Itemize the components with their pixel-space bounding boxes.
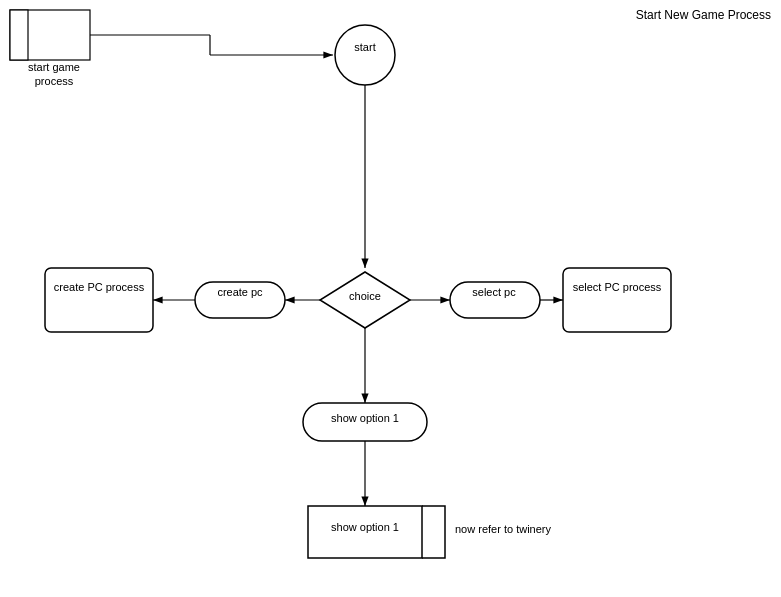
select-pc-process-box — [563, 268, 671, 332]
start-label: start — [340, 40, 390, 54]
start-game-process-inner — [10, 10, 28, 60]
select-pc-label: select pc — [450, 285, 538, 299]
diagram: start game process start choice create p… — [0, 0, 781, 597]
page-title: Start New Game Process — [636, 8, 771, 22]
start-game-process-label: start game process — [14, 60, 94, 89]
select-pc-process-label: select PC process — [563, 280, 671, 294]
bracket-right — [422, 506, 445, 558]
create-pc-process-label: create PC process — [46, 280, 152, 294]
choice-label: choice — [340, 289, 390, 303]
start-circle — [335, 25, 395, 85]
flowchart-svg — [0, 0, 781, 597]
create-pc-process-box — [45, 268, 153, 332]
create-pc-label: create pc — [196, 285, 284, 299]
now-refer-label: now refer to twinery — [455, 522, 635, 536]
show-option1-box-label: show option 1 — [309, 520, 421, 534]
show-option1-pill-label: show option 1 — [304, 411, 426, 425]
